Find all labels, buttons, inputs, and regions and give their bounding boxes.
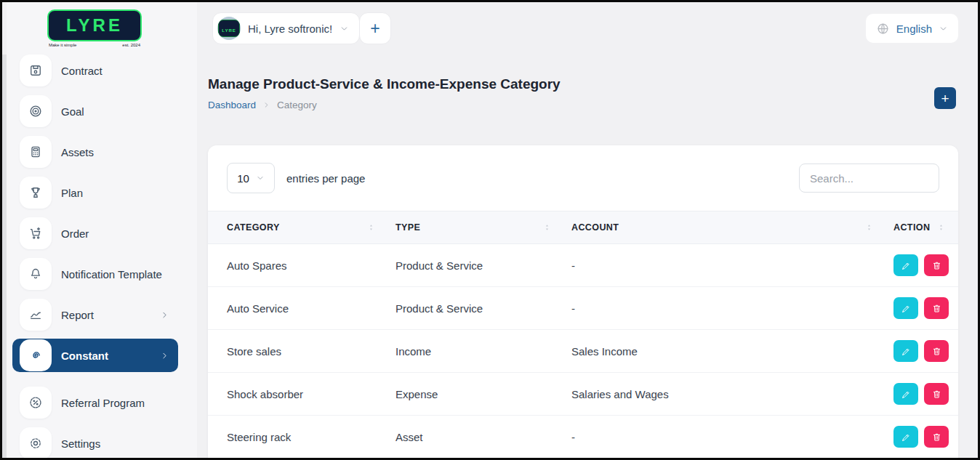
logo-est: est. 2024 <box>122 43 140 47</box>
column-header-action[interactable]: ACTION <box>893 222 945 233</box>
pencil-icon <box>901 303 912 314</box>
sidebar-item-referral-program[interactable]: Referral Program <box>12 382 178 423</box>
cell-type: Income <box>395 345 571 358</box>
cell-account: Sales Income <box>571 345 893 358</box>
sidebar-item-label: Constant <box>61 350 108 362</box>
sidebar-item-goal[interactable]: Goal <box>12 91 178 132</box>
language-label: English <box>896 23 932 35</box>
sidebar-item-label: Plan <box>61 187 83 199</box>
breadcrumb-dashboard-link[interactable]: Dashboard <box>208 100 256 110</box>
app-window: { "brand": { "logo_text": "LYRE", "tagli… <box>0 0 980 460</box>
brand-logo[interactable]: LYRE Make it simple est. 2024 <box>47 9 142 47</box>
sidebar-item-label: Order <box>61 227 89 240</box>
sort-icon <box>937 222 945 233</box>
edit-button[interactable] <box>893 297 918 319</box>
quick-add-button[interactable]: + <box>359 12 391 44</box>
settings-icon <box>20 427 52 459</box>
table-body: Auto SparesProduct & Service-Auto Servic… <box>208 244 958 459</box>
sidebar-item-assets[interactable]: Assets <box>12 132 178 172</box>
column-header-type[interactable]: TYPE <box>395 222 571 233</box>
row-actions <box>893 340 949 362</box>
sidebar-item-notification-template[interactable]: Notification Template <box>12 254 178 294</box>
cell-type: Asset <box>395 431 571 443</box>
sidebar-item-constant[interactable]: Constant <box>12 339 178 372</box>
search-input[interactable] <box>799 164 939 193</box>
table-row: Shock absorberExpenseSalaries and Wages <box>208 373 958 416</box>
pencil-icon <box>901 346 912 357</box>
delete-button[interactable] <box>924 340 949 362</box>
cell-type: Expense <box>395 388 571 400</box>
chevron-down-icon <box>340 24 349 33</box>
chevron-right-icon <box>262 101 270 109</box>
page-header: Manage Product-Service & Income-Expense … <box>208 75 958 110</box>
topbar: LYRE Hi, Lyre softronic! + English <box>197 2 978 55</box>
delete-button[interactable] <box>924 426 949 448</box>
plan-icon <box>20 177 52 209</box>
row-actions <box>893 383 949 405</box>
language-selector[interactable]: English <box>866 14 958 43</box>
cell-category: Store sales <box>227 345 395 358</box>
column-header-account[interactable]: ACCOUNT <box>571 222 893 233</box>
chevron-down-icon <box>256 174 265 182</box>
table-controls: 10 entries per page <box>208 145 958 211</box>
cell-type: Product & Service <box>395 259 571 272</box>
notification-icon <box>20 258 52 290</box>
pencil-icon <box>901 432 912 443</box>
cell-category: Shock absorber <box>227 388 395 400</box>
avatar-logo-icon: LYRE <box>218 20 239 37</box>
row-actions <box>893 297 949 319</box>
table-row: Steering rackAsset- <box>208 416 958 459</box>
report-icon <box>20 299 52 331</box>
goal-icon <box>20 95 52 127</box>
sidebar: LYRE Make it simple est. 2024 ContractGo… <box>7 2 197 458</box>
sidebar-item-contract[interactable]: Contract <box>12 50 178 91</box>
column-header-category[interactable]: CATEGORY <box>227 222 395 233</box>
sidebar-item-label: Goal <box>61 105 84 118</box>
edit-button[interactable] <box>893 254 918 276</box>
sidebar-item-label: Contract <box>61 65 103 77</box>
contract-icon <box>20 55 52 86</box>
delete-button[interactable] <box>924 297 949 319</box>
sidebar-item-label: Notification Template <box>61 268 162 281</box>
add-category-button[interactable]: + <box>934 87 956 109</box>
table-header-row: CATEGORY TYPE ACCOUNT ACTION <box>208 211 958 244</box>
edit-button[interactable] <box>893 340 918 362</box>
sidebar-item-label: Assets <box>61 146 94 158</box>
pencil-icon <box>901 260 912 271</box>
sidebar-item-settings[interactable]: Settings <box>12 423 178 460</box>
user-menu[interactable]: LYRE Hi, Lyre softronic! <box>212 12 360 44</box>
delete-button[interactable] <box>924 254 949 276</box>
cell-category: Steering rack <box>227 431 395 443</box>
sidebar-item-order[interactable]: Order <box>12 213 178 254</box>
row-actions <box>893 426 949 448</box>
sidebar-item-plan[interactable]: Plan <box>12 172 178 213</box>
edit-button[interactable] <box>893 426 918 448</box>
category-table-card: 10 entries per page CATEGORY TYPE ACCOUN… <box>208 145 958 460</box>
table-row: Auto ServiceProduct & Service- <box>208 287 958 330</box>
trash-icon <box>931 346 942 357</box>
referral-icon <box>20 387 52 419</box>
cell-category: Auto Spares <box>227 259 395 272</box>
trash-icon <box>931 260 942 271</box>
constant-icon <box>20 339 52 371</box>
sidebar-item-report[interactable]: Report <box>12 294 178 335</box>
assets-icon <box>20 136 52 168</box>
chevron-right-icon <box>160 351 169 360</box>
delete-button[interactable] <box>924 383 949 405</box>
plus-icon: + <box>370 19 379 39</box>
cell-account: - <box>571 431 893 443</box>
breadcrumb-current: Category <box>277 100 317 110</box>
order-icon <box>20 217 52 249</box>
cell-account: - <box>571 259 893 272</box>
trash-icon <box>931 432 942 443</box>
sidebar-nav: ContractGoalAssetsPlanOrderNotification … <box>7 50 197 460</box>
page-title: Manage Product-Service & Income-Expense … <box>208 75 586 93</box>
row-actions <box>893 254 949 276</box>
globe-icon <box>876 22 890 36</box>
cell-account: - <box>571 302 893 315</box>
chevron-right-icon <box>160 310 169 320</box>
chevron-down-icon <box>939 24 948 33</box>
edit-button[interactable] <box>893 383 918 405</box>
entries-per-page-select[interactable]: 10 <box>227 163 275 193</box>
lyre-logo-icon: LYRE <box>47 9 142 41</box>
